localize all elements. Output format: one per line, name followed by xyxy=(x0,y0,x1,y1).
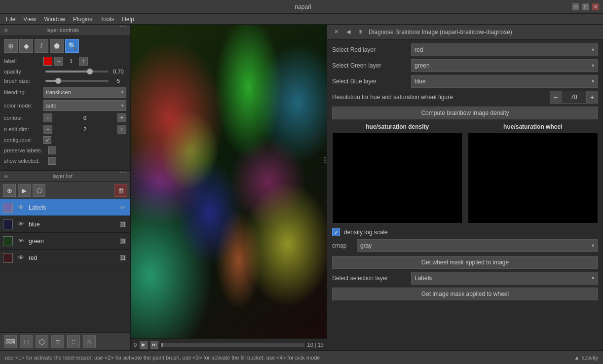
select-blue-label: Select Blue layer xyxy=(332,78,411,85)
density-log-checkbox[interactable] xyxy=(332,228,340,236)
activity-button[interactable]: ▲ activity xyxy=(574,355,598,361)
layer-green-name: green xyxy=(29,238,118,245)
blending-row: blending: translucen additive opaque xyxy=(4,87,126,98)
console-btn[interactable]: ⌨ xyxy=(4,335,17,348)
layer-delete-btn[interactable]: 🗑 xyxy=(114,184,127,197)
plugin-expand-btn[interactable]: ⊕ xyxy=(356,28,365,36)
select-blue-dropdown[interactable]: red green blue Labels xyxy=(411,75,598,88)
select-green-dropdown[interactable]: red green blue Labels xyxy=(411,59,598,72)
preserve-labels-checkbox[interactable] xyxy=(48,146,56,154)
plugin-back-btn[interactable]: ◀ xyxy=(344,28,352,36)
n-edit-dim-minus[interactable]: − xyxy=(43,125,52,134)
layer-controls-menu[interactable]: ⋯ xyxy=(119,22,126,30)
layer-item-green[interactable]: 👁 green 🖼 xyxy=(0,233,130,250)
close-button[interactable]: ✕ xyxy=(592,3,599,10)
layer-select-btn[interactable]: ▶ xyxy=(18,184,31,197)
layer-list-menu[interactable]: ⋯ xyxy=(119,168,126,176)
layer-green-visibility[interactable]: 👁 xyxy=(16,236,26,246)
select-red-wrapper: red green blue Labels xyxy=(411,43,598,56)
label-plus[interactable]: + xyxy=(79,57,88,66)
layer-list-header: ⊕ layer list ⋯ xyxy=(0,171,130,182)
paint-tool[interactable]: / xyxy=(35,39,48,53)
layer-red-type-icon: 🖼 xyxy=(118,254,127,262)
contiguous-checkbox[interactable] xyxy=(43,136,51,144)
grid2-btn[interactable]: :: xyxy=(67,335,80,348)
image-mask-btn[interactable]: Get image mask applied to wheel xyxy=(332,288,598,300)
select-red-dropdown[interactable]: red green blue Labels xyxy=(411,43,598,56)
n-edit-dim-plus[interactable]: + xyxy=(117,125,126,134)
opacity-slider[interactable] xyxy=(45,68,109,75)
canvas-skip-btn[interactable]: ⏭ xyxy=(151,341,158,349)
canvas-scrubber[interactable] xyxy=(161,343,304,347)
select-selection-wrapper: Labels red green blue xyxy=(411,272,598,285)
cmap-select[interactable]: gray viridis plasma inferno xyxy=(357,239,598,252)
minimize-button[interactable]: ─ xyxy=(572,3,579,10)
select-red-label: Select Red layer xyxy=(332,46,411,53)
menu-file[interactable]: File xyxy=(2,15,19,24)
chart-wheel-container: hue/saturation wheel xyxy=(468,123,599,223)
menu-plugins[interactable]: Plugins xyxy=(69,15,96,24)
brush-size-slider[interactable] xyxy=(45,77,109,84)
select-green-wrapper: red green blue Labels xyxy=(411,59,598,72)
contour-plus[interactable]: + xyxy=(117,113,126,122)
layer-green-type-icon: 🖼 xyxy=(118,237,127,246)
layer-item-labels[interactable]: 👁 Labels ✏ xyxy=(0,199,130,216)
wheel-mask-btn[interactable]: Get wheel mask applied to image xyxy=(332,256,598,269)
contour-row: contour: − 0 + xyxy=(4,113,126,122)
canvas-drag-handle[interactable] xyxy=(323,155,327,165)
grid-btn[interactable]: ≡ xyxy=(51,335,64,348)
menu-view[interactable]: View xyxy=(19,15,40,24)
opacity-row: opacity: 0,70 xyxy=(4,68,126,75)
layer-labels-color xyxy=(3,203,13,213)
maximize-button[interactable]: □ xyxy=(582,3,589,10)
layer-red-visibility[interactable]: 👁 xyxy=(16,253,26,263)
layer-item-red[interactable]: 👁 red 🖼 xyxy=(0,250,130,266)
resolution-value: 70 xyxy=(562,91,586,104)
opacity-label: opacity: xyxy=(4,69,43,74)
layer-blue-color xyxy=(3,219,13,229)
label-minus[interactable]: − xyxy=(54,57,63,66)
plugin-close-btn[interactable]: ✕ xyxy=(332,28,340,36)
select-selection-dropdown[interactable]: Labels red green blue xyxy=(411,272,598,285)
activity-label: activity xyxy=(581,355,598,361)
n-edit-dim-label: n edit dim: xyxy=(4,126,43,132)
ndim-btn[interactable]: □ xyxy=(20,335,33,348)
preserve-labels-label: preserve labels: xyxy=(4,147,48,153)
transform-tool[interactable]: ⊕ xyxy=(4,39,18,53)
menu-tools[interactable]: Tools xyxy=(96,15,118,24)
menu-window[interactable]: Window xyxy=(40,15,69,24)
layer-labels-type-icon: ✏ xyxy=(118,203,127,212)
label-color-swatch[interactable] xyxy=(43,57,52,66)
blending-select[interactable]: translucen additive opaque xyxy=(43,87,126,98)
fill-tool[interactable]: ⬟ xyxy=(50,39,64,53)
search-tool[interactable]: 🔍 xyxy=(65,39,79,53)
contour-label: contour: xyxy=(4,115,43,121)
plugin-header: ✕ ◀ ⊕ Diagnose Brainbow Image (napari-br… xyxy=(327,25,603,39)
contour-minus[interactable]: − xyxy=(43,113,52,122)
plugin-title: Diagnose Brainbow Image (napari-brainbow… xyxy=(369,29,598,36)
density-log-label: density log scale xyxy=(344,229,388,236)
layer-labels-visibility[interactable]: 👁 xyxy=(16,203,26,213)
layer-shapes-btn[interactable]: ⬡ xyxy=(33,184,45,197)
resolution-plus-btn[interactable]: + xyxy=(586,91,598,104)
left-panel: ⊕ layer controls ⋯ ⊕ ◆ / ⬟ 🔍 label: − 1 … xyxy=(0,25,131,350)
color-mode-select[interactable]: auto direct cycle xyxy=(43,100,126,111)
select-tool[interactable]: ◆ xyxy=(19,39,33,53)
canvas-play-btn[interactable]: ▶ xyxy=(140,341,148,349)
select-blue-row: Select Blue layer red green blue Labels xyxy=(332,75,598,88)
show-selected-checkbox[interactable] xyxy=(48,157,56,165)
layer-controls-header: ⊕ layer controls ⋯ xyxy=(0,25,130,36)
tool-icons-row: ⊕ ◆ / ⬟ 🔍 xyxy=(4,39,126,53)
compute-btn[interactable]: Compute brainbow image density xyxy=(332,107,598,119)
layer-item-blue[interactable]: 👁 blue 🖼 xyxy=(0,216,130,233)
resolution-minus-btn[interactable]: − xyxy=(550,91,562,104)
label-value: 1 xyxy=(63,58,79,64)
charts-row: hue/saturation density hue/saturation wh… xyxy=(332,123,598,223)
layer-add-points-btn[interactable]: ⊕ xyxy=(3,184,16,197)
home-btn[interactable]: ⌂ xyxy=(83,335,96,348)
plugin-btn[interactable]: ⬡ xyxy=(36,335,48,348)
layer-blue-visibility[interactable]: 👁 xyxy=(16,219,26,229)
chart-density-canvas xyxy=(332,132,463,223)
layer-red-color xyxy=(3,253,13,263)
canvas-image xyxy=(131,25,327,338)
